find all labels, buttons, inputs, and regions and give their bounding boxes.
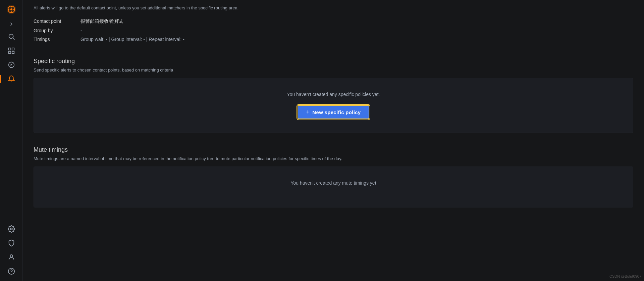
sidebar-item-settings[interactable] — [0, 222, 22, 236]
svg-point-7 — [9, 34, 13, 39]
contact-point-value: 报警邮箱接收者测试 — [80, 18, 123, 25]
alert-info-text: All alerts will go to the default contac… — [34, 5, 633, 13]
main-content: All alerts will go to the default contac… — [23, 0, 644, 281]
sidebar-item-dashboards[interactable] — [0, 44, 22, 58]
watermark: CSDN @Bulut0907 — [609, 274, 641, 278]
contact-point-row: Contact point 报警邮箱接收者测试 — [34, 18, 633, 25]
svg-point-2 — [10, 8, 12, 10]
timings-label: Timings — [34, 37, 80, 42]
svg-rect-12 — [12, 51, 14, 53]
sidebar-item-explore[interactable] — [0, 58, 22, 72]
default-policy-info: All alerts will go to the default contac… — [34, 0, 633, 51]
svg-point-14 — [10, 228, 12, 230]
no-timings-text: You haven't created any mute timings yet — [290, 180, 376, 186]
svg-rect-9 — [8, 48, 10, 50]
sidebar-item-alerting[interactable] — [0, 72, 22, 86]
sidebar — [0, 0, 23, 281]
group-by-value: - — [80, 28, 82, 33]
grafana-logo[interactable] — [5, 3, 18, 16]
new-specific-policy-button[interactable]: + New specific policy — [298, 105, 370, 119]
specific-routing-title: Specific routing — [34, 58, 633, 65]
timings-value: Group wait: - | Group interval: - | Repe… — [80, 37, 184, 42]
sidebar-item-search[interactable] — [0, 30, 22, 44]
group-by-label: Group by — [34, 28, 80, 33]
mute-timings-description: Mute timings are a named interval of tim… — [34, 156, 633, 161]
timings-row: Timings Group wait: - | Group interval: … — [34, 37, 633, 42]
sidebar-item-shield[interactable] — [0, 236, 22, 250]
plus-icon: + — [306, 109, 310, 115]
specific-routing-description: Send specific alerts to chosen contact p… — [34, 67, 633, 73]
svg-line-8 — [13, 38, 14, 40]
mute-timings-section: Mute timings Mute timings are a named in… — [34, 140, 633, 214]
specific-routing-section: Specific routing Send specific alerts to… — [34, 51, 633, 140]
routing-box: You haven't created any specific policie… — [34, 78, 633, 133]
group-by-row: Group by - — [34, 28, 633, 33]
contact-point-label: Contact point — [34, 18, 80, 24]
no-policies-text: You haven't created any specific policie… — [287, 92, 380, 97]
sidebar-bottom — [0, 222, 22, 278]
new-policy-label: New specific policy — [312, 109, 361, 115]
sidebar-item-profile[interactable] — [0, 250, 22, 264]
svg-rect-10 — [12, 48, 14, 50]
mute-timings-box: You haven't created any mute timings yet — [34, 167, 633, 207]
svg-rect-11 — [8, 51, 10, 53]
content-area: All alerts will go to the default contac… — [23, 0, 644, 214]
sidebar-item-help[interactable] — [0, 264, 22, 278]
mute-timings-title: Mute timings — [34, 146, 633, 153]
svg-point-15 — [10, 255, 12, 257]
sidebar-toggle[interactable] — [0, 19, 22, 30]
